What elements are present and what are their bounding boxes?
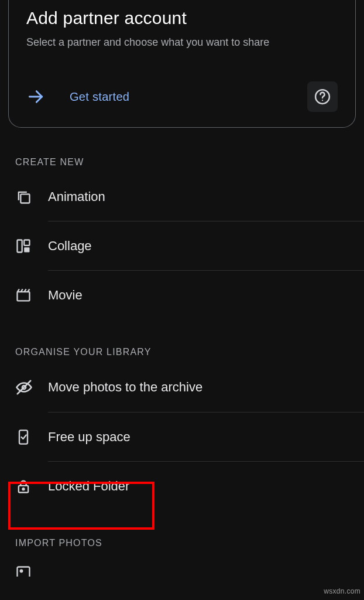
svg-rect-4 xyxy=(18,240,22,253)
row-label: Movie xyxy=(48,288,83,303)
card-actions: Get started xyxy=(26,81,338,112)
row-label: Free up space xyxy=(48,429,131,445)
svg-rect-3 xyxy=(20,195,29,203)
svg-rect-6 xyxy=(24,248,29,253)
svg-rect-10 xyxy=(19,431,28,444)
movie-icon xyxy=(15,287,48,304)
svg-rect-7 xyxy=(18,292,30,301)
animation-icon xyxy=(15,189,48,205)
eye-off-icon xyxy=(15,379,48,396)
svg-point-12 xyxy=(22,488,24,490)
help-button[interactable] xyxy=(307,81,338,112)
partner-card: Add partner account Select a partner and… xyxy=(8,0,356,128)
svg-rect-13 xyxy=(18,567,30,577)
organise-list: Move photos to the archive Free up space… xyxy=(0,362,364,511)
card-subtitle: Select a partner and choose what you wan… xyxy=(26,35,338,50)
svg-point-2 xyxy=(322,100,323,101)
row-label: Locked Folder xyxy=(48,479,129,494)
row-movie[interactable]: Movie xyxy=(0,271,364,320)
lock-icon xyxy=(15,478,48,495)
arrow-right-icon[interactable] xyxy=(26,87,45,106)
collage-icon xyxy=(15,238,48,254)
get-started-button[interactable]: Get started xyxy=(70,90,129,104)
photoscan-icon xyxy=(15,565,48,577)
row-free-up-space[interactable]: Free up space xyxy=(0,412,364,462)
svg-point-14 xyxy=(20,570,23,572)
create-new-list: Animation Collage Movie xyxy=(0,172,364,320)
row-archive[interactable]: Move photos to the archive xyxy=(0,362,364,412)
row-collage[interactable]: Collage xyxy=(0,221,364,271)
svg-rect-5 xyxy=(24,240,29,246)
row-label: Animation xyxy=(48,189,105,204)
row-photoscan-partial[interactable] xyxy=(0,553,364,577)
row-label: Move photos to the archive xyxy=(48,380,202,395)
card-title: Add partner account xyxy=(26,8,338,28)
help-icon xyxy=(314,88,331,105)
row-locked-folder[interactable]: Locked Folder xyxy=(0,462,364,511)
row-animation[interactable]: Animation xyxy=(0,172,364,221)
watermark: wsxdn.com xyxy=(324,587,360,595)
section-header-import: IMPORT PHOTOS xyxy=(0,511,364,553)
free-up-space-icon xyxy=(15,429,48,445)
section-header-organise: ORGANISE YOUR LIBRARY xyxy=(0,320,364,362)
section-header-create-new: CREATE NEW xyxy=(0,128,364,172)
row-label: Collage xyxy=(48,238,92,254)
